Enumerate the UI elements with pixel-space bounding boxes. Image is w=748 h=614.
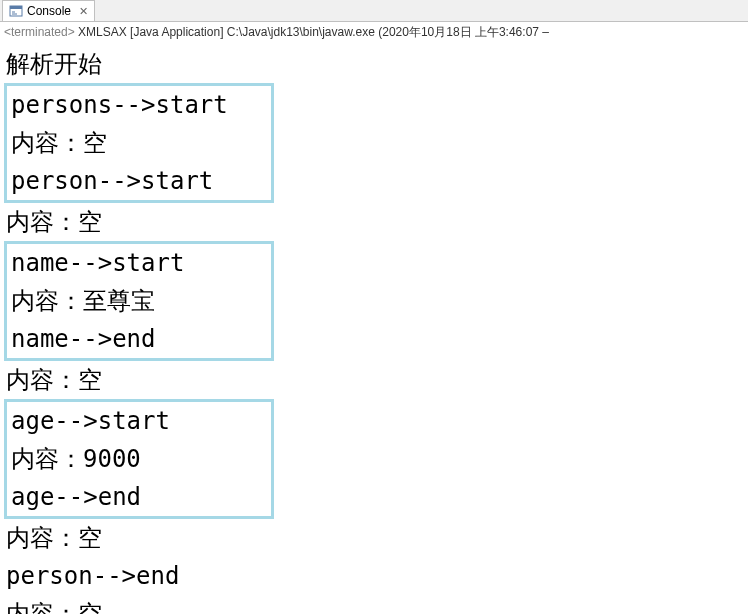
output-line: 解析开始 (4, 45, 744, 83)
output-line: 内容：空 (4, 203, 744, 241)
output-line: 内容：空 (4, 519, 744, 557)
output-line: 内容：至尊宝 (9, 282, 269, 320)
output-line: 内容：9000 (9, 440, 269, 478)
highlight-box: name-->start 内容：至尊宝 name-->end (4, 241, 274, 361)
output-line: 内容：空 (4, 595, 744, 614)
highlight-box: age-->start 内容：9000 age-->end (4, 399, 274, 519)
output-line: persons-->start (9, 86, 269, 124)
output-line: name-->start (9, 244, 269, 282)
output-line: 内容：空 (9, 124, 269, 162)
output-line: person-->start (9, 162, 269, 200)
svg-rect-1 (10, 6, 22, 9)
status-line: <terminated> XMLSAX [Java Application] C… (0, 22, 748, 43)
output-line: 内容：空 (4, 361, 744, 399)
terminated-label: <terminated> (4, 25, 75, 39)
console-output[interactable]: 解析开始 persons-->start 内容：空 person-->start… (0, 43, 748, 614)
console-icon (9, 4, 23, 18)
tab-bar: Console ✕ (0, 0, 748, 22)
tab-label: Console (27, 4, 71, 18)
highlight-box: persons-->start 内容：空 person-->start (4, 83, 274, 203)
close-icon[interactable]: ✕ (79, 5, 88, 18)
output-line: age-->end (9, 478, 269, 516)
console-tab[interactable]: Console ✕ (2, 0, 95, 21)
output-line: name-->end (9, 320, 269, 358)
output-line: person-->end (4, 557, 744, 595)
output-line: age-->start (9, 402, 269, 440)
status-text: XMLSAX [Java Application] C:\Java\jdk13\… (75, 25, 549, 39)
